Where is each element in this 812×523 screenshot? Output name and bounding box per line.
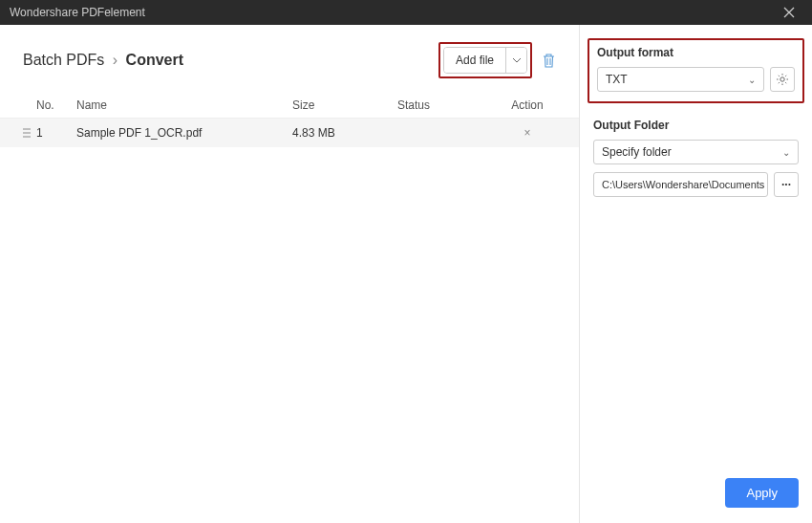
output-format-label: Output format [597, 46, 795, 59]
drag-icon [23, 128, 31, 138]
folder-mode-value: Specify folder [602, 145, 672, 159]
breadcrumb-current: Convert [126, 52, 183, 68]
chevron-down-icon [513, 58, 521, 63]
apply-label: Apply [746, 486, 778, 500]
header-size: Size [292, 98, 397, 112]
delete-all-button[interactable] [542, 53, 556, 68]
cell-no: 1 [36, 126, 76, 140]
header-row: Batch PDFs › Convert Add file [0, 42, 579, 78]
format-settings-button[interactable] [770, 67, 795, 92]
output-format-value: TXT [606, 73, 628, 86]
titlebar: Wondershare PDFelement [0, 0, 812, 25]
cell-name: Sample PDF 1_OCR.pdf [76, 126, 292, 140]
add-file-button[interactable]: Add file [444, 48, 505, 73]
dots-icon: ··· [781, 178, 791, 191]
path-row: C:\Users\Wondershare\Documents ··· [593, 172, 799, 197]
output-folder-label: Output Folder [593, 119, 799, 132]
output-format-select[interactable]: TXT ⌄ [597, 67, 764, 92]
header-actions: Add file [438, 42, 556, 78]
breadcrumb: Batch PDFs › Convert [23, 52, 183, 69]
output-format-section: Output format TXT ⌄ [588, 38, 804, 103]
left-panel: Batch PDFs › Convert Add file [0, 25, 579, 523]
addfile-highlight: Add file [438, 42, 532, 78]
table-header: No. Name Size Status Action [0, 92, 579, 119]
apply-button[interactable]: Apply [725, 478, 799, 508]
browse-folder-button[interactable]: ··· [774, 172, 799, 197]
gear-icon [776, 73, 789, 86]
cell-size: 4.83 MB [292, 126, 397, 140]
header-action: Action [499, 98, 556, 112]
header-name: Name [76, 98, 292, 112]
svg-point-0 [780, 77, 784, 81]
close-icon [783, 7, 795, 18]
table-row[interactable]: 1 Sample PDF 1_OCR.pdf 4.83 MB × [0, 119, 579, 147]
trash-icon [542, 53, 556, 68]
chevron-right-icon: › [113, 52, 118, 68]
header-no: No. [36, 98, 76, 112]
breadcrumb-parent[interactable]: Batch PDFs [23, 52, 104, 68]
remove-row-button[interactable]: × [499, 126, 556, 140]
add-file-button-group: Add file [443, 47, 527, 74]
drag-handle[interactable] [23, 128, 36, 138]
app-title: Wondershare PDFelement [10, 6, 145, 19]
chevron-down-icon: ⌄ [782, 147, 790, 158]
chevron-down-icon: ⌄ [748, 75, 756, 85]
add-file-dropdown[interactable] [505, 48, 526, 73]
folder-path-field[interactable]: C:\Users\Wondershare\Documents [593, 172, 768, 197]
main-container: Batch PDFs › Convert Add file [0, 25, 812, 523]
format-row: TXT ⌄ [597, 67, 795, 92]
right-panel: Output format TXT ⌄ Output Folder Specif… [579, 25, 812, 523]
folder-mode-select[interactable]: Specify folder ⌄ [593, 140, 799, 164]
close-button[interactable] [783, 7, 802, 18]
output-folder-section: Output Folder Specify folder ⌄ C:\Users\… [593, 119, 799, 197]
add-file-label: Add file [456, 54, 494, 67]
header-status: Status [397, 98, 499, 112]
